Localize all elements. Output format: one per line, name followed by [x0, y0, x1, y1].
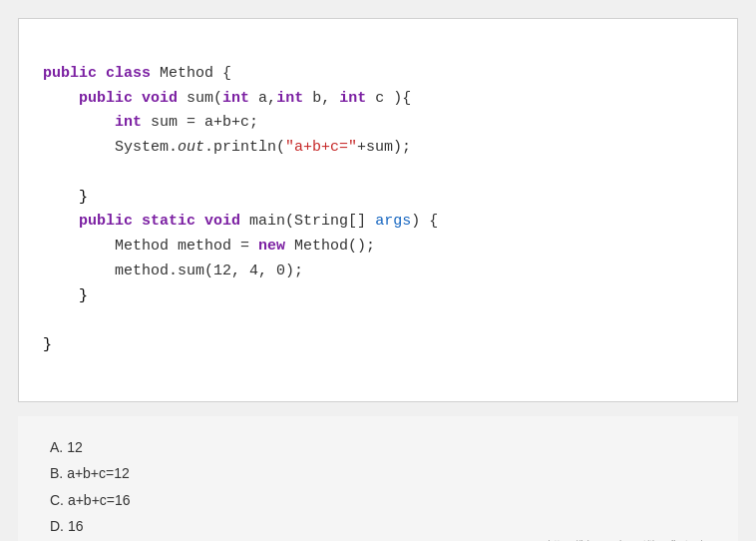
answer-label-b: B.	[50, 465, 67, 481]
keyword-void: void	[142, 90, 178, 107]
answer-text-a: 12	[67, 439, 83, 455]
answer-text-d: 16	[68, 518, 84, 534]
keyword-public3: public	[79, 213, 133, 230]
method-decl: Method method =	[115, 238, 258, 255]
sum-var: sum = a+b+c;	[142, 114, 258, 131]
type-int3: int	[339, 90, 366, 107]
method-sum-sig: sum(	[187, 90, 222, 107]
answer-label-d: D.	[50, 518, 68, 534]
args-param: args	[375, 213, 411, 230]
keyword-public2: public	[79, 90, 133, 107]
param-b: b,	[303, 90, 339, 107]
answer-item-b: B. a+b+c=12	[50, 460, 714, 487]
answer-label-c: C.	[50, 492, 68, 508]
param-a: a,	[249, 90, 276, 107]
println-call: System.out.println("a+b+c="+sum);	[115, 139, 411, 156]
param-c: c ){	[366, 90, 411, 107]
keyword-public: public	[43, 65, 97, 82]
method-new: Method();	[285, 238, 375, 255]
answer-text-b: a+b+c=12	[67, 465, 130, 481]
keyword-new: new	[258, 238, 285, 255]
main-brace: ) {	[411, 213, 438, 230]
type-int2: int	[276, 90, 303, 107]
answer-label-a: A.	[50, 439, 67, 455]
answer-item-a: A. 12	[50, 434, 714, 461]
answer-item-c: C. a+b+c=16	[50, 487, 714, 514]
main-sig: main(String[]	[240, 213, 375, 230]
keyword-static: static	[142, 213, 195, 230]
sum-call: method.sum(12, 4, 0);	[115, 263, 303, 279]
type-int4: int	[115, 114, 142, 131]
type-int1: int	[222, 90, 249, 107]
answer-section: A. 12 B. a+b+c=12 C. a+b+c=16 D. 16 http…	[18, 416, 738, 542]
keyword-void2: void	[204, 213, 240, 230]
code-block: public class Method { public void sum(in…	[43, 37, 713, 383]
answer-item-d: D. 16	[50, 513, 714, 540]
code-section: public class Method { public void sum(in…	[18, 18, 738, 402]
answer-text-c: a+b+c=16	[68, 492, 131, 508]
keyword-class: class	[106, 65, 151, 82]
classname: Method {	[160, 65, 231, 82]
